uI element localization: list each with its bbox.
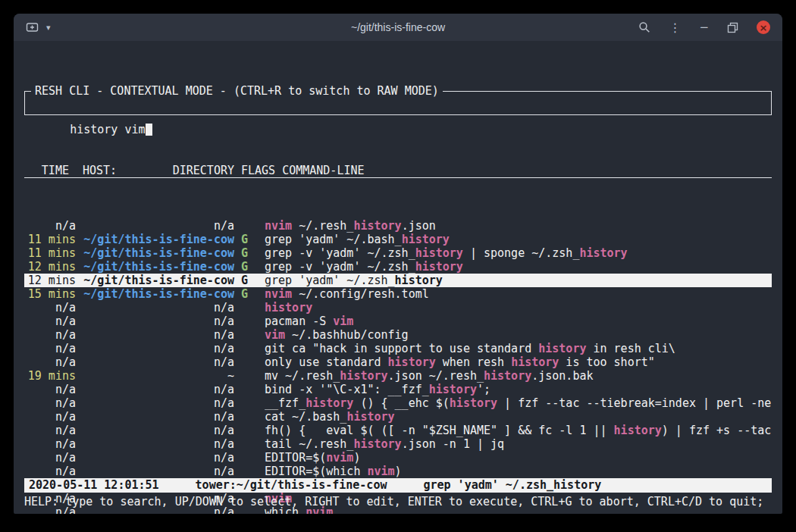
table-row[interactable]: n/an/abind -x '"\C-x1": __fzf_history'; (24, 383, 772, 396)
table-row[interactable]: n/an/acat ~/.bash_history (24, 410, 772, 424)
host-directory-cell: ~/git/this-is-fine-cow (83, 287, 234, 301)
table-row[interactable]: n/an/aEDITOR=$(nvim) (24, 451, 772, 465)
command-text: .json -n 1 | jq (402, 437, 504, 451)
table-row[interactable]: n/an/anvim ~/.resh_history.json (24, 219, 772, 233)
host-directory-cell: n/a (83, 437, 234, 451)
command-text: ~/.bashhub/config (285, 328, 409, 342)
command-cell: __fzf_history () { __ehc $(history | fzf… (265, 396, 772, 410)
match-highlight: history (353, 437, 401, 451)
time-cell: 12 mins (24, 274, 76, 287)
header-flags: FLAGS (241, 164, 275, 177)
time-cell: 15 mins (24, 287, 76, 301)
new-tab-button[interactable] (26, 21, 39, 33)
time-cell: n/a (24, 451, 76, 465)
command-text: ) | fzf +s --tac (662, 424, 772, 437)
match-highlight: history (340, 369, 387, 383)
search-input[interactable]: history vim (70, 123, 145, 136)
match-highlight: history (415, 246, 463, 260)
status-timestamp: 2020-05-11 12:01:51 (29, 478, 159, 493)
table-row[interactable]: n/an/aEDITOR=$(which nvim) (24, 465, 772, 478)
command-cell: git ca "hack in support to use standard … (265, 342, 772, 355)
table-row[interactable]: n/an/avim ~/.bashhub/config (24, 328, 772, 342)
titlebar-left: ▾ (26, 21, 51, 33)
restore-button[interactable] (727, 22, 738, 33)
menu-button[interactable]: ⋮ (669, 20, 681, 35)
host-directory-cell: n/a (83, 451, 234, 465)
flags-cell (241, 424, 258, 437)
command-cell: grep 'yadm' ~/.bash_history (265, 233, 772, 246)
table-row[interactable]: n/an/a__fzf_history () { __ehc $(history… (24, 396, 772, 410)
help-line: HELP: type to search, UP/DOWN to select,… (24, 495, 772, 509)
table-row[interactable]: 15 mins~/git/this-is-fine-cowGnvim ~/.co… (24, 287, 772, 301)
header-command: COMMAND-LINE (282, 164, 364, 177)
flags-cell: G (241, 233, 258, 246)
minimize-button[interactable]: − (699, 20, 709, 34)
time-cell: 12 mins (24, 260, 76, 274)
time-cell: n/a (24, 301, 76, 315)
host-directory-cell: n/a (83, 315, 234, 328)
flags-cell (241, 451, 258, 465)
table-row[interactable]: 12 mins~/git/this-is-fine-cowGgrep 'yadm… (24, 274, 772, 287)
command-text: .json (402, 219, 436, 233)
table-row[interactable]: n/an/afh() { eval $( ([ -n "$ZSH_NAME" ]… (24, 424, 772, 437)
host-directory-cell: ~/git/this-is-fine-cow (83, 274, 234, 287)
command-cell: grep -v 'yadm' ~/.zsh_history (265, 260, 772, 274)
titlebar-right: ⋮ − × (638, 20, 770, 35)
time-cell: 11 mins (24, 233, 76, 246)
command-cell: mv ~/.resh_history.json ~/.resh_history.… (265, 369, 772, 383)
command-cell: EDITOR=$(nvim) (265, 451, 772, 465)
search-box[interactable]: RESH CLI - CONTEXTUAL MODE - (CTRL+R to … (24, 91, 772, 115)
history-table-body: n/an/anvim ~/.resh_history.json11 mins~/… (24, 219, 772, 514)
flags-cell (241, 465, 258, 478)
tab-dropdown-button[interactable]: ▾ (46, 23, 51, 33)
flags-cell (241, 315, 258, 328)
header-host-directory: HOST:DIRECTORY (83, 164, 234, 177)
command-text: '; (477, 383, 490, 396)
match-highlight: history (265, 301, 312, 315)
flags-cell (241, 383, 258, 396)
match-highlight: history (538, 342, 586, 355)
command-text: .json ~/.resh_ (388, 369, 484, 383)
host-directory-cell: n/a (83, 219, 234, 233)
command-text: pacman -S (265, 315, 333, 328)
table-row[interactable]: n/an/apacman -S vim (24, 315, 772, 328)
match-highlight: history (415, 260, 463, 274)
table-row[interactable]: n/an/agit ca "hack in support to use sta… (24, 342, 772, 355)
table-row[interactable]: n/an/atail ~/.resh_history.json -n 1 | j… (24, 437, 772, 451)
command-text: when resh (436, 355, 511, 369)
time-cell: n/a (24, 383, 76, 396)
host-directory-cell: n/a (83, 301, 234, 315)
match-highlight: vim (265, 328, 285, 342)
search-button[interactable] (638, 21, 650, 33)
flags-cell (241, 342, 258, 355)
match-highlight: nvim (265, 219, 292, 233)
kebab-menu-icon: ⋮ (669, 20, 681, 35)
flags-cell (241, 219, 258, 233)
header-directory: DIRECTORY (173, 164, 234, 177)
close-button[interactable]: × (757, 20, 770, 34)
time-cell: n/a (24, 437, 76, 451)
table-row[interactable]: n/an/ahistory (24, 301, 772, 315)
close-icon: × (760, 23, 768, 33)
time-cell: n/a (24, 342, 76, 355)
command-cell: vim ~/.bashhub/config (265, 328, 772, 342)
table-row[interactable]: 11 mins~/git/this-is-fine-cowGgrep -v 'y… (24, 246, 772, 260)
status-location: tower:~/git/this-is-fine-cow (196, 478, 387, 493)
command-cell: history (265, 301, 772, 315)
table-row[interactable]: 11 mins~/git/this-is-fine-cowGgrep 'yadm… (24, 233, 772, 246)
table-row[interactable]: 19 mins~mv ~/.resh_history.json ~/.resh_… (24, 369, 772, 383)
flags-cell (241, 328, 258, 342)
host-directory-cell: n/a (83, 328, 234, 342)
match-highlight: vim (333, 315, 353, 328)
command-text: grep -v 'yadm' ~/.zsh_ (265, 260, 415, 274)
table-row[interactable]: n/an/aonly use standard history when res… (24, 355, 772, 369)
command-cell: cat ~/.bash_history (265, 410, 772, 424)
flags-cell: G (241, 274, 258, 287)
match-highlight: history (511, 355, 559, 369)
table-row[interactable]: 12 mins~/git/this-is-fine-cowGgrep -v 'y… (24, 260, 772, 274)
time-cell: n/a (24, 328, 76, 342)
flags-cell (241, 396, 258, 410)
time-cell: n/a (24, 396, 76, 410)
host-directory-cell: n/a (83, 396, 234, 410)
command-text: EDITOR=$( (265, 451, 326, 465)
